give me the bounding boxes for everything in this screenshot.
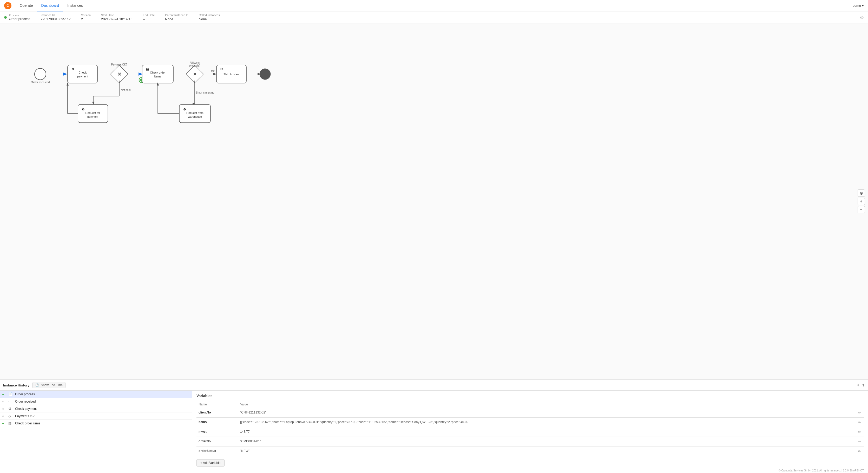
settings-icon[interactable]: ⊘	[860, 15, 864, 20]
svg-text:✉: ✉	[220, 67, 223, 71]
variable-row: clientNo"CNT-1211132-02"✏	[196, 408, 864, 418]
called-instances-value: None	[199, 17, 220, 21]
variable-name: items	[196, 418, 238, 427]
type-icon: ⚙	[8, 407, 13, 411]
version-label: Version	[81, 13, 91, 17]
variable-name: orderStatus	[196, 446, 238, 456]
zoom-fit-button[interactable]: ⊕	[858, 189, 865, 197]
nav-dashboard[interactable]: Dashboard	[37, 0, 63, 11]
type-icon: 📄	[8, 392, 13, 396]
instance-id-info: Instance Id 2251799813695117	[40, 13, 71, 21]
svg-text:warehouse: warehouse	[188, 115, 202, 118]
diagram-canvas[interactable]: Order received ⚙ Check payment ✕ Payment…	[0, 23, 868, 379]
end-date-info: End Date --	[143, 13, 155, 21]
variable-name: orderNo	[196, 437, 238, 446]
edit-variable-icon[interactable]: ✏	[858, 449, 861, 453]
variable-row: items[{"code":"123.135.625","name":"Lapt…	[196, 418, 864, 427]
bottom-panel: Instance History 🕐 Show End Time ⬇ ⬆ ●📄O…	[0, 379, 868, 468]
chevron-down-icon: ▾	[862, 4, 864, 7]
show-end-time-button[interactable]: 🕐 Show End Time	[32, 382, 65, 388]
zoom-out-button[interactable]: −	[858, 206, 865, 213]
status-icon: ●	[2, 392, 6, 396]
svg-rect-43	[179, 104, 211, 123]
svg-text:Ship Articles: Ship Articles	[223, 73, 239, 76]
user-menu[interactable]: demo ▾	[852, 4, 864, 7]
edit-variable-icon[interactable]: ✏	[858, 420, 861, 424]
instance-id-label: Instance Id	[40, 13, 71, 17]
svg-text:⚙: ⚙	[82, 107, 85, 111]
instance-row[interactable]: ○○Order received	[0, 398, 192, 405]
variable-row: orderStatus"NEW"✏	[196, 446, 864, 456]
col-name-header: Name	[196, 401, 238, 408]
add-variable-button[interactable]: + Add Variable	[196, 459, 224, 467]
called-instances-label: Called Instances	[199, 13, 220, 17]
svg-text:Order received: Order received	[31, 81, 50, 84]
svg-text:Request from: Request from	[186, 111, 204, 114]
clock-icon: 🕐	[35, 383, 39, 387]
svg-text:payment: payment	[77, 75, 88, 78]
process-name: Order process	[9, 17, 30, 21]
top-nav: C Operate Dashboard Instances demo ▾	[0, 0, 868, 11]
edit-variable-icon[interactable]: ✏	[858, 430, 861, 434]
instance-id-value: 2251799813695117	[40, 17, 71, 21]
svg-point-12	[139, 77, 144, 83]
instance-row[interactable]: ●▦Check order items	[0, 420, 192, 427]
svg-text:All items: All items	[190, 61, 199, 64]
logo: C	[4, 2, 11, 9]
version-info: Version 2	[81, 13, 91, 21]
start-date-info: Start Date 2021-09-24 10:14:16	[101, 13, 132, 21]
variable-value: [{"code":"123.135.625","name":"Laptop Le…	[238, 418, 856, 427]
svg-text:✕: ✕	[193, 72, 197, 77]
instance-row[interactable]: ●📄Order process	[0, 390, 192, 398]
bottom-header: Instance History 🕐 Show End Time ⬇ ⬆	[0, 380, 868, 390]
zoom-in-button[interactable]: +	[858, 198, 865, 205]
variable-value: "CMD0001-01"	[238, 437, 856, 446]
svg-text:⚙: ⚙	[71, 67, 74, 71]
variable-value: "CNT-1211132-02"	[238, 408, 856, 418]
svg-point-13	[140, 78, 143, 82]
start-date-value: 2021-09-24 10:14:16	[101, 17, 132, 21]
status-icon: ○	[2, 414, 6, 418]
instance-row[interactable]: ○⚙Check payment	[0, 405, 192, 412]
status-icon: ○	[2, 407, 6, 411]
instance-list: ●📄Order process○○Order received○⚙Check p…	[0, 390, 192, 468]
svg-text:payment: payment	[87, 115, 98, 118]
row-label: Payment OK?	[15, 414, 35, 418]
svg-text:Not paid: Not paid	[121, 89, 130, 92]
col-value-header: Value	[238, 401, 856, 408]
parent-instance-value: None	[165, 17, 188, 21]
type-icon: ◇	[8, 414, 13, 418]
svg-rect-19	[186, 65, 204, 83]
type-icon: ▦	[8, 421, 13, 425]
svg-text:Check: Check	[79, 71, 87, 74]
row-label: Check order items	[15, 421, 40, 425]
row-label: Order process	[15, 392, 35, 396]
end-date-label: End Date	[143, 13, 155, 17]
nav-instances[interactable]: Instances	[63, 0, 87, 11]
process-label: Process	[9, 14, 30, 17]
expand-icon[interactable]: ⬆	[862, 383, 865, 387]
variable-row: orderNo"CMD0001-01"✏	[196, 437, 864, 446]
variable-name: clientNo	[196, 408, 238, 418]
parent-instance-label: Parent Instance Id	[165, 13, 188, 17]
user-name: demo	[852, 4, 861, 7]
collapse-icon[interactable]: ⬇	[857, 383, 860, 387]
variable-value: "NEW"	[238, 446, 856, 456]
svg-text:Request for: Request for	[86, 111, 100, 114]
variable-row: mwst148.77✏	[196, 427, 864, 437]
status-indicator	[4, 16, 7, 19]
row-label: Check payment	[15, 407, 37, 411]
footer: © Camunda Services GmbH 2021. All rights…	[0, 468, 868, 473]
instance-row[interactable]: ○◇Payment OK?	[0, 412, 192, 420]
svg-text:Smth is missing: Smth is missing	[196, 91, 214, 94]
edit-variable-icon[interactable]: ✏	[858, 439, 861, 444]
parent-instance-info: Parent Instance Id None	[165, 13, 188, 21]
svg-rect-34	[78, 104, 108, 123]
nav-operate[interactable]: Operate	[16, 0, 37, 11]
end-date-value: --	[143, 17, 155, 21]
footer-text: © Camunda Services GmbH 2021. All rights…	[779, 469, 864, 472]
show-end-time-label: Show End Time	[41, 383, 63, 387]
svg-point-0	[35, 68, 46, 80]
svg-text:▦: ▦	[146, 67, 149, 71]
edit-variable-icon[interactable]: ✏	[858, 411, 861, 415]
